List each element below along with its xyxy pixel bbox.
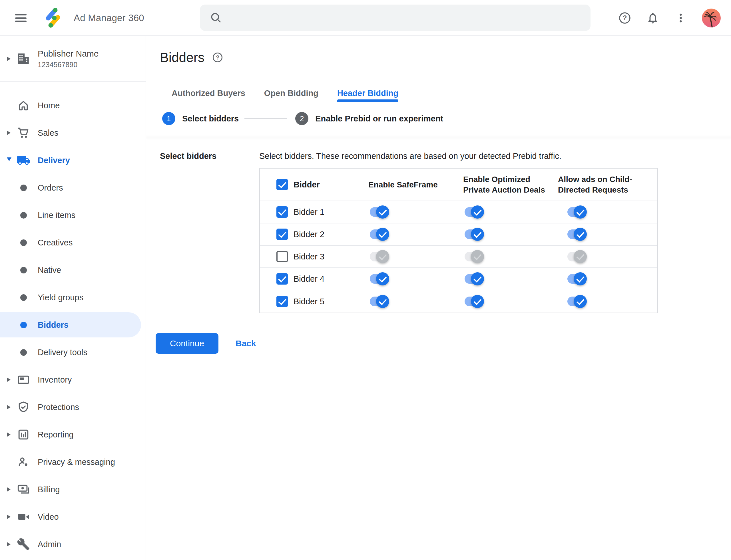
more-icon[interactable]: [674, 11, 688, 25]
cart-icon: [15, 126, 31, 139]
bidder-name: Bidder 5: [294, 297, 325, 306]
chevron-right-icon: [7, 432, 15, 437]
column-header-safeframe: Enable SafeFrame: [368, 179, 438, 190]
child-directed-toggle[interactable]: [567, 229, 584, 239]
sidebar-item-video[interactable]: Video: [0, 503, 146, 531]
optimized-deals-toggle[interactable]: [464, 297, 481, 306]
safeframe-toggle[interactable]: [370, 207, 386, 217]
video-camera-icon: [15, 510, 31, 523]
continue-button[interactable]: Continue: [156, 333, 219, 354]
bullet-icon: [15, 322, 31, 328]
tab-open-bidding[interactable]: Open Bidding: [264, 85, 319, 102]
bidder-name: Bidder 3: [294, 252, 325, 261]
tab-header-bidding[interactable]: Header Bidding: [337, 85, 398, 102]
search-icon: [210, 11, 222, 24]
row-checkbox[interactable]: [277, 296, 288, 307]
table-row: Bidder 2: [260, 223, 657, 246]
table-row: Bidder 5: [260, 290, 657, 313]
section-side-label: Select bidders: [160, 151, 217, 161]
sidebar-item-native[interactable]: Native: [0, 256, 146, 284]
search-input[interactable]: [222, 5, 590, 31]
main-content: Bidders ? Authorized Buyers Open Bidding…: [146, 36, 731, 560]
optimized-deals-toggle[interactable]: [464, 229, 481, 239]
truck-icon: [15, 153, 31, 167]
step-select-bidders[interactable]: 1 Select bidders: [162, 112, 239, 125]
bidder-name: Bidder 2: [294, 230, 325, 239]
sidebar: Publisher Name 1234567890 Home: [0, 36, 146, 560]
bidder-name: Bidder 4: [294, 274, 325, 284]
product-name: Ad Manager 360: [74, 0, 144, 36]
select-all-checkbox[interactable]: [277, 179, 288, 190]
sidebar-item-creatives[interactable]: Creatives: [0, 229, 146, 256]
sidebar-item-privacy-messaging[interactable]: Privacy & messaging: [0, 448, 146, 476]
bullet-icon: [15, 294, 31, 301]
sidebar-item-protections[interactable]: Protections: [0, 393, 146, 421]
table-row: Bidder 4: [260, 268, 657, 290]
child-directed-toggle[interactable]: [567, 207, 584, 217]
sidebar-item-bidders[interactable]: Bidders: [0, 311, 146, 339]
sidebar-item-line-items[interactable]: Line items: [0, 201, 146, 229]
sidebar-item-sales[interactable]: Sales: [0, 119, 146, 147]
sidebar-item-yield-groups[interactable]: Yield groups: [0, 284, 146, 311]
step-connector: [245, 118, 287, 119]
chevron-down-icon: [7, 157, 15, 163]
safeframe-toggle[interactable]: [370, 229, 386, 239]
title-row: Bidders ?: [160, 50, 223, 65]
sidebar-item-orders[interactable]: Orders: [0, 174, 146, 201]
column-header-bidder: Bidder: [294, 180, 320, 189]
chevron-right-icon: [7, 131, 15, 135]
page-title: Bidders: [160, 50, 205, 65]
tabs: Authorized Buyers Open Bidding Header Bi…: [172, 85, 398, 102]
wrench-icon: [15, 538, 31, 551]
person-privacy-icon: [15, 455, 31, 469]
sidebar-nav: Home Sales Delive: [0, 82, 146, 558]
help-icon[interactable]: ?: [618, 11, 632, 25]
notifications-icon[interactable]: [646, 11, 660, 25]
bullet-icon: [15, 239, 31, 246]
safeframe-toggle[interactable]: [370, 252, 386, 261]
topbar: Ad Manager 360 ?: [0, 0, 731, 36]
row-checkbox[interactable]: [277, 206, 288, 218]
step-enable-prebid[interactable]: 2 Enable Prebid or run experiment: [295, 112, 443, 125]
chevron-right-icon: [7, 405, 15, 409]
help-circle-icon[interactable]: ?: [212, 52, 223, 63]
bar-chart-icon: [15, 428, 31, 441]
row-checkbox[interactable]: [277, 273, 288, 285]
sidebar-item-delivery[interactable]: Delivery: [0, 147, 146, 174]
safeframe-toggle[interactable]: [370, 274, 386, 284]
publisher-switcher[interactable]: Publisher Name 1234567890: [0, 36, 146, 82]
row-checkbox[interactable]: [277, 251, 288, 262]
optimized-deals-toggle[interactable]: [464, 274, 481, 284]
publisher-id: 1234567890: [38, 61, 99, 69]
sidebar-item-admin[interactable]: Admin: [0, 531, 146, 558]
publisher-name: Publisher Name: [38, 49, 99, 59]
row-checkbox[interactable]: [277, 229, 288, 240]
sidebar-item-inventory[interactable]: Inventory: [0, 366, 146, 393]
step-number: 1: [162, 112, 175, 125]
bidders-table: Bidder Enable SafeFrame Enable Optimized…: [259, 168, 658, 313]
avatar[interactable]: [702, 9, 721, 27]
tab-authorized-buyers[interactable]: Authorized Buyers: [172, 85, 245, 102]
menu-icon[interactable]: [15, 13, 27, 23]
sidebar-item-home[interactable]: Home: [0, 92, 146, 119]
back-button[interactable]: Back: [227, 333, 265, 354]
child-directed-toggle[interactable]: [567, 297, 584, 306]
child-directed-toggle[interactable]: [567, 252, 584, 261]
child-directed-toggle[interactable]: [567, 274, 584, 284]
svg-text:?: ?: [216, 54, 220, 61]
optimized-deals-toggle[interactable]: [464, 252, 481, 261]
sidebar-item-reporting[interactable]: Reporting: [0, 421, 146, 448]
ad-manager-app: Ad Manager 360 ?: [0, 0, 731, 560]
payments-icon: [15, 483, 31, 496]
optimized-deals-toggle[interactable]: [464, 207, 481, 217]
sidebar-item-delivery-tools[interactable]: Delivery tools: [0, 339, 146, 366]
search-bar: [200, 5, 590, 31]
chevron-right-icon: [7, 57, 15, 61]
sidebar-item-billing[interactable]: Billing: [0, 476, 146, 503]
bidder-name: Bidder 1: [294, 207, 325, 217]
safeframe-toggle[interactable]: [370, 297, 386, 306]
topbar-actions: ?: [618, 0, 721, 36]
chevron-right-icon: [7, 542, 15, 547]
ad-manager-logo-icon: [42, 6, 65, 30]
chevron-right-icon: [7, 377, 15, 382]
